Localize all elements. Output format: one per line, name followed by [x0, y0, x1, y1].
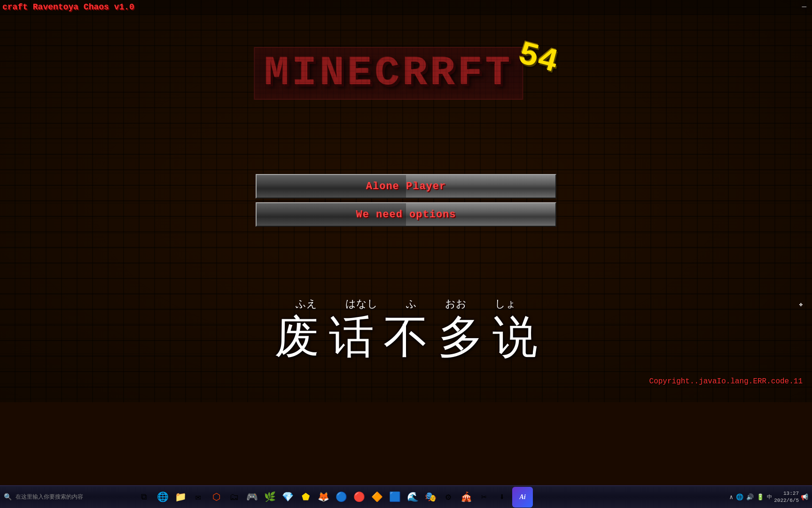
- taskbar-game-icon[interactable]: 🎮: [243, 489, 260, 506]
- copyright-text: Copyright..javaIo.lang.ERR.code.11: [649, 377, 803, 386]
- taskbar-grass-icon[interactable]: 🌿: [261, 489, 278, 506]
- main-menu: Alone Player We need options: [256, 174, 556, 227]
- taskbar-mail-icon[interactable]: ✉: [190, 489, 207, 506]
- taskbar-app1-icon[interactable]: ⬟: [297, 489, 314, 506]
- chinese-char-5: 说: [492, 315, 538, 360]
- options-label: We need options: [356, 209, 456, 221]
- taskbar-app6-icon[interactable]: 🟦: [386, 489, 403, 506]
- volume-icon[interactable]: 🔊: [746, 493, 754, 501]
- game-window: craft Raventoya Chaos v1.0 — MINECRRFT 5…: [0, 0, 812, 402]
- furigana-5: しょ: [495, 297, 516, 311]
- chinese-char-3: 不: [383, 315, 429, 360]
- taskbar-app5-icon[interactable]: 🔶: [368, 489, 385, 506]
- network-icon[interactable]: 🌐: [736, 493, 743, 501]
- date-display: 2022/6/5: [774, 497, 799, 504]
- notification-icon[interactable]: 📢: [801, 493, 808, 501]
- taskbar-app4-icon[interactable]: 🔴: [351, 489, 367, 506]
- taskbar-gem-icon[interactable]: 💎: [279, 489, 296, 506]
- taskbar-scissors-icon[interactable]: ✂: [476, 489, 492, 506]
- chinese-characters-row: 废 话 不 多 说: [274, 315, 538, 360]
- taskbar: 🔍 在这里输入你要搜索的内容 ⧉ 🌐 📁 ✉ ⬡ 🗂 🎮 🌿 💎 ⬟ 🦊 🔵 🔴…: [0, 485, 812, 508]
- expand-tray-icon[interactable]: ∧: [729, 493, 733, 501]
- minimize-button[interactable]: —: [796, 3, 812, 11]
- taskbar-browser-icon[interactable]: 🌐: [154, 489, 171, 506]
- furigana-4: おお: [445, 297, 467, 311]
- battery-icon[interactable]: 🔋: [757, 493, 764, 501]
- time-display: 13:27: [774, 490, 799, 497]
- system-icons: ∧ 🌐 🔊 🔋 中: [729, 493, 772, 501]
- chinese-char-2: 话: [329, 315, 374, 360]
- title-bar: craft Raventoya Chaos v1.0 —: [0, 0, 812, 14]
- single-player-label: Alone Player: [366, 181, 446, 192]
- game-logo-text: MINECRRFT: [254, 47, 523, 100]
- task-view-icon[interactable]: ⧉: [135, 489, 152, 506]
- chinese-text-section: ふえ はなし ふ おお しょ 废 话 不 多 说: [274, 297, 538, 360]
- taskbar-office-icon[interactable]: ⬡: [208, 489, 225, 506]
- taskbar-apps: 🌐 📁 ✉ ⬡ 🗂 🎮 🌿 💎 ⬟ 🦊 🔵 🔴 🔶 🟦 🌊 🎭 ⚙ 🎪 ✂ ⬇: [154, 489, 510, 506]
- single-player-button[interactable]: Alone Player: [256, 174, 556, 198]
- window-title: craft Raventoya Chaos v1.0: [0, 2, 134, 12]
- taskbar-search-area[interactable]: 🔍 在这里输入你要搜索的内容: [4, 493, 135, 501]
- taskbar-app2-icon[interactable]: 🦊: [315, 489, 332, 506]
- input-icon[interactable]: 中: [767, 493, 772, 500]
- taskbar-app10-icon[interactable]: 🎪: [458, 489, 475, 506]
- chinese-char-4: 多: [438, 315, 483, 360]
- options-button[interactable]: We need options: [256, 202, 556, 227]
- chinese-char-1: 废: [274, 315, 320, 360]
- taskbar-folder-icon[interactable]: 📁: [172, 489, 189, 506]
- taskbar-files-icon[interactable]: 🗂: [226, 489, 242, 506]
- cursor-indicator: ✤: [799, 301, 803, 308]
- logo-container: MINECRRFT 54: [254, 47, 558, 100]
- search-icon: 🔍: [4, 493, 12, 501]
- search-placeholder: 在这里输入你要搜索的内容: [16, 493, 83, 501]
- ai-label: Ai: [519, 493, 525, 501]
- taskbar-app8-icon[interactable]: 🎭: [422, 489, 439, 506]
- furigana-2: はなし: [345, 297, 378, 311]
- furigana-row: ふえ はなし ふ おお しょ: [274, 297, 538, 311]
- ai-assistant-button[interactable]: Ai: [512, 487, 533, 508]
- taskbar-app3-icon[interactable]: 🔵: [333, 489, 350, 506]
- taskbar-clock[interactable]: 13:27 2022/6/5: [774, 490, 799, 504]
- taskbar-app7-icon[interactable]: 🌊: [404, 489, 421, 506]
- taskbar-download-icon[interactable]: ⬇: [493, 489, 510, 506]
- taskbar-system-tray: ∧ 🌐 🔊 🔋 中 13:27 2022/6/5 📢: [729, 490, 812, 504]
- furigana-3: ふ: [406, 297, 417, 311]
- taskbar-app9-icon[interactable]: ⚙: [440, 489, 457, 506]
- furigana-1: ふえ: [296, 297, 317, 311]
